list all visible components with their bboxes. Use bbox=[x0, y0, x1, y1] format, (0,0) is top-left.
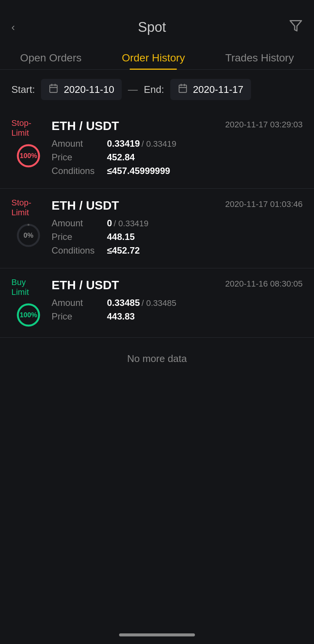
back-button[interactable]: ‹ bbox=[11, 21, 15, 33]
conditions-value: ≤457.45999999 bbox=[107, 166, 170, 176]
amount-row: Amount 0 / 0.33419 bbox=[52, 218, 219, 229]
no-more-data-label: No more data bbox=[0, 338, 314, 380]
svg-marker-0 bbox=[290, 21, 301, 31]
trading-pair: ETH / USDT bbox=[52, 119, 219, 133]
order-type-label: Stop-Limit bbox=[11, 118, 46, 138]
conditions-label: Conditions bbox=[52, 166, 101, 176]
order-left-col: Stop-Limit 0% bbox=[11, 198, 46, 249]
start-date-value: 2020-11-10 bbox=[64, 84, 114, 96]
price-label: Price bbox=[52, 311, 101, 322]
conditions-label: Conditions bbox=[52, 245, 101, 256]
order-details: ETH / USDT Amount 0 / 0.33419 Price 448.… bbox=[52, 198, 219, 259]
calendar-icon-end bbox=[178, 83, 188, 96]
order-type-label: Stop-Limit bbox=[11, 198, 46, 218]
svg-rect-1 bbox=[50, 85, 57, 92]
price-row: Price 443.83 bbox=[52, 311, 219, 322]
order-date: 2020-11-16 08:30:05 bbox=[225, 277, 303, 289]
amount-total: / 0.33485 bbox=[141, 298, 176, 308]
table-row[interactable]: Stop-Limit 100% ETH / USDT Amount 0.3341… bbox=[0, 109, 314, 189]
order-details: ETH / USDT Amount 0.33419 / 0.33419 Pric… bbox=[52, 118, 219, 179]
amount-filled: 0.33419 bbox=[107, 138, 140, 149]
conditions-row: Conditions ≤457.45999999 bbox=[52, 166, 219, 176]
order-date: 2020-11-17 03:29:03 bbox=[225, 118, 303, 130]
calendar-icon-start bbox=[49, 83, 58, 96]
progress-label: 100% bbox=[20, 152, 37, 160]
progress-circle: 100% bbox=[15, 143, 42, 169]
svg-rect-5 bbox=[179, 85, 187, 92]
order-type-label: Buy Limit bbox=[11, 277, 46, 297]
date-range-selector: Start: 2020-11-10 — End: 2020-11-17 bbox=[0, 70, 314, 109]
amount-row: Amount 0.33485 / 0.33485 bbox=[52, 298, 219, 308]
trading-pair: ETH / USDT bbox=[52, 199, 219, 213]
date-separator: — bbox=[128, 84, 138, 96]
amount-label: Amount bbox=[52, 138, 101, 149]
order-details: ETH / USDT Amount 0.33485 / 0.33485 Pric… bbox=[52, 277, 219, 325]
order-left-col: Stop-Limit 100% bbox=[11, 118, 46, 169]
filter-icon[interactable] bbox=[289, 19, 303, 35]
trading-pair: ETH / USDT bbox=[52, 278, 219, 292]
price-value: 452.84 bbox=[107, 152, 135, 163]
start-label: Start: bbox=[11, 84, 35, 96]
tab-open-orders[interactable]: Open Orders bbox=[13, 47, 89, 69]
amount-filled: 0 bbox=[107, 218, 112, 228]
start-date-picker[interactable]: 2020-11-10 bbox=[41, 79, 122, 100]
orders-list: Stop-Limit 100% ETH / USDT Amount 0.3341… bbox=[0, 109, 314, 338]
tabs-bar: Open Orders Order History Trades History bbox=[0, 43, 314, 70]
table-row[interactable]: Stop-Limit 0% ETH / USDT Amount 0 / 0.33… bbox=[0, 189, 314, 268]
price-row: Price 448.15 bbox=[52, 232, 219, 242]
progress-label: 100% bbox=[20, 311, 37, 319]
end-date-picker[interactable]: 2020-11-17 bbox=[170, 79, 251, 100]
order-left-col: Buy Limit 100% bbox=[11, 277, 46, 328]
amount-filled: 0.33485 bbox=[107, 298, 140, 308]
table-row[interactable]: Buy Limit 100% ETH / USDT Amount 0.33485… bbox=[0, 268, 314, 338]
price-label: Price bbox=[52, 152, 101, 163]
end-label: End: bbox=[144, 84, 164, 96]
amount-total: / 0.33419 bbox=[114, 219, 149, 228]
home-indicator bbox=[119, 633, 195, 636]
order-date: 2020-11-17 01:03:46 bbox=[225, 198, 303, 209]
amount-label: Amount bbox=[52, 298, 101, 308]
conditions-row: Conditions ≤452.72 bbox=[52, 245, 219, 256]
amount-row: Amount 0.33419 / 0.33419 bbox=[52, 138, 219, 149]
price-value: 443.83 bbox=[107, 311, 135, 322]
tab-trades-history[interactable]: Trades History bbox=[218, 47, 301, 69]
price-row: Price 452.84 bbox=[52, 152, 219, 163]
amount-total: / 0.33419 bbox=[141, 139, 176, 149]
header: ‹ Spot bbox=[0, 0, 314, 43]
progress-circle: 0% bbox=[15, 222, 42, 249]
progress-label: 0% bbox=[24, 232, 33, 240]
progress-circle: 100% bbox=[15, 302, 42, 328]
price-value: 448.15 bbox=[107, 232, 135, 242]
end-date-value: 2020-11-17 bbox=[193, 84, 243, 96]
amount-label: Amount bbox=[52, 218, 101, 229]
page-title: Spot bbox=[138, 19, 166, 35]
tab-order-history[interactable]: Order History bbox=[114, 47, 192, 69]
conditions-value: ≤452.72 bbox=[107, 245, 140, 256]
price-label: Price bbox=[52, 232, 101, 242]
